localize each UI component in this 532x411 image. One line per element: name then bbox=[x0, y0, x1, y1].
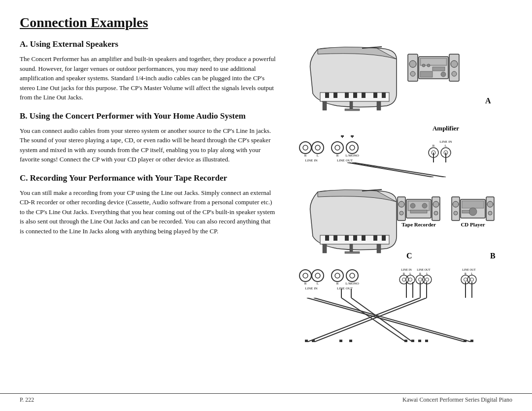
section-c-body: You can still make a recording from your… bbox=[20, 188, 276, 236]
svg-text:LINE OUT: LINE OUT bbox=[462, 268, 476, 271]
svg-text:L: L bbox=[317, 154, 319, 158]
svg-point-40 bbox=[350, 145, 355, 150]
svg-text:L: L bbox=[409, 272, 411, 275]
svg-text:R: R bbox=[304, 154, 307, 158]
svg-text:LINE IN: LINE IN bbox=[305, 158, 317, 162]
svg-rect-60 bbox=[333, 235, 337, 241]
svg-text:L: L bbox=[317, 282, 319, 285]
svg-point-39 bbox=[346, 142, 358, 154]
svg-rect-68 bbox=[350, 244, 353, 252]
page: Connection Examples A. Using External Sp… bbox=[0, 0, 532, 411]
diagram-column: Amplifier A R L LINE IN bbox=[281, 39, 512, 342]
svg-text:Tape Recorder: Tape Recorder bbox=[401, 221, 436, 227]
svg-text:R: R bbox=[403, 272, 405, 275]
svg-text:L: L bbox=[426, 272, 428, 275]
svg-point-74 bbox=[410, 203, 415, 208]
svg-rect-146 bbox=[404, 340, 407, 342]
svg-point-115 bbox=[402, 278, 406, 282]
wires-top bbox=[293, 162, 500, 177]
svg-line-143 bbox=[314, 298, 472, 342]
svg-text:R: R bbox=[336, 282, 339, 285]
svg-text:L/MONO: L/MONO bbox=[345, 154, 359, 158]
svg-point-122 bbox=[419, 278, 422, 282]
svg-point-36 bbox=[332, 142, 343, 154]
svg-rect-87 bbox=[462, 210, 469, 213]
svg-point-105 bbox=[335, 273, 340, 278]
svg-rect-19 bbox=[420, 71, 432, 77]
text-column: A. Using External Speakers The Concert P… bbox=[20, 39, 281, 342]
svg-rect-55 bbox=[351, 135, 354, 137]
svg-point-124 bbox=[426, 278, 429, 282]
svg-point-92 bbox=[487, 201, 493, 207]
svg-point-86 bbox=[469, 208, 477, 216]
svg-point-97 bbox=[299, 270, 311, 282]
svg-rect-153 bbox=[312, 340, 315, 342]
svg-point-107 bbox=[346, 270, 358, 282]
svg-point-78 bbox=[399, 201, 404, 207]
svg-text:LINE OUT: LINE OUT bbox=[337, 158, 353, 162]
svg-text:C: C bbox=[406, 252, 412, 260]
svg-rect-64 bbox=[373, 235, 377, 241]
svg-rect-18 bbox=[432, 67, 445, 71]
page-number: P. 222 bbox=[20, 396, 34, 404]
svg-rect-150 bbox=[464, 340, 466, 342]
svg-line-56 bbox=[347, 162, 433, 177]
svg-text:R: R bbox=[336, 154, 339, 158]
svg-rect-6 bbox=[373, 93, 377, 98]
svg-point-81 bbox=[433, 201, 439, 207]
svg-point-25 bbox=[451, 61, 458, 67]
svg-point-26 bbox=[452, 71, 457, 76]
svg-rect-148 bbox=[418, 340, 421, 342]
svg-text:LINE OUT: LINE OUT bbox=[417, 268, 431, 271]
svg-rect-4 bbox=[353, 93, 357, 98]
svg-point-129 bbox=[464, 278, 467, 282]
svg-text:B: B bbox=[490, 252, 496, 260]
svg-point-116 bbox=[406, 275, 415, 284]
diagram-bottom: Tape Recorder CD Player bbox=[293, 185, 500, 263]
svg-rect-77 bbox=[398, 197, 405, 221]
svg-text:LINE IN: LINE IN bbox=[401, 268, 412, 271]
svg-text:Amplifier: Amplifier bbox=[432, 125, 459, 132]
svg-rect-147 bbox=[411, 340, 414, 342]
footer-title: Kawai Concert Performer Series Digital P… bbox=[402, 396, 512, 404]
svg-point-101 bbox=[315, 273, 320, 278]
svg-text:R: R bbox=[304, 282, 307, 285]
svg-point-17 bbox=[427, 64, 430, 67]
svg-text:LINE OUT: LINE OUT bbox=[337, 286, 353, 290]
svg-rect-63 bbox=[362, 235, 366, 241]
svg-line-57 bbox=[352, 162, 446, 177]
svg-point-108 bbox=[350, 273, 355, 278]
svg-rect-15 bbox=[421, 59, 446, 64]
section-b-title: B. Using the Concert Performer with Your… bbox=[20, 111, 276, 121]
svg-rect-152 bbox=[305, 340, 308, 342]
svg-rect-5 bbox=[362, 93, 366, 98]
svg-point-33 bbox=[315, 145, 320, 150]
svg-rect-88 bbox=[452, 197, 460, 221]
svg-rect-67 bbox=[377, 244, 381, 253]
svg-text:L: L bbox=[445, 144, 447, 148]
svg-point-82 bbox=[434, 211, 438, 215]
svg-rect-2 bbox=[333, 93, 337, 98]
svg-text:R: R bbox=[465, 272, 466, 275]
svg-rect-10 bbox=[350, 101, 353, 109]
svg-point-89 bbox=[453, 201, 459, 207]
svg-rect-155 bbox=[349, 340, 352, 342]
svg-point-104 bbox=[332, 270, 343, 282]
svg-text:A: A bbox=[485, 96, 491, 105]
svg-rect-1 bbox=[325, 93, 329, 98]
svg-rect-80 bbox=[432, 197, 440, 221]
footer: P. 222 Kawai Concert Performer Series Di… bbox=[0, 393, 532, 404]
svg-text:R: R bbox=[432, 144, 435, 148]
jack-panel-top: R L LINE IN R L/MONO LINE OUT bbox=[293, 135, 500, 162]
svg-text:LINE IN: LINE IN bbox=[305, 286, 317, 290]
svg-point-32 bbox=[312, 142, 324, 154]
page-title: Connection Examples bbox=[20, 15, 512, 31]
svg-text:LINE IN: LINE IN bbox=[439, 140, 452, 144]
svg-point-30 bbox=[303, 145, 308, 150]
svg-rect-76 bbox=[410, 210, 427, 213]
svg-rect-3 bbox=[345, 93, 349, 98]
svg-point-100 bbox=[312, 270, 324, 282]
svg-rect-61 bbox=[345, 235, 349, 241]
svg-text:R: R bbox=[419, 272, 421, 275]
jack-panel-bottom: R L LINE IN R L/MONO LINE OUT LINE IN bbox=[293, 263, 500, 298]
